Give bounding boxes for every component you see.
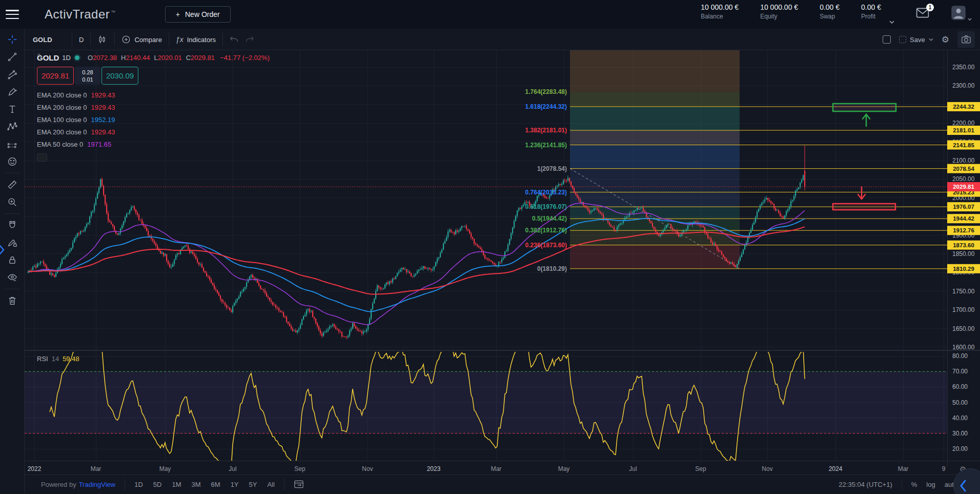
svg-text:70.00: 70.00 (952, 368, 968, 375)
text-tool[interactable] (3, 101, 22, 118)
svg-text:2024: 2024 (829, 465, 843, 472)
profit-stat: 0.00 € Profit (861, 3, 881, 20)
menu-icon[interactable] (6, 10, 19, 19)
crosshair-tool[interactable] (3, 31, 22, 48)
range-6m[interactable]: 6M (211, 481, 220, 488)
chevron-down-icon (929, 38, 933, 41)
indicator-row[interactable]: EMA 200 close 01929.43 (37, 101, 270, 113)
layout-icon[interactable] (883, 35, 891, 44)
go-to-date-icon[interactable] (294, 480, 304, 489)
settings-gear-icon[interactable]: ⚙ (942, 34, 949, 45)
svg-text:20.00: 20.00 (952, 445, 968, 452)
indicator-row[interactable]: EMA 100 close 01952.19 (37, 113, 270, 126)
divider (5, 289, 20, 289)
chart-legend: GOLD 1D O2072.38 H2140.44 L2020.01 C2029… (37, 53, 270, 162)
lock-tool[interactable] (3, 251, 22, 269)
fib-bands[interactable] (570, 50, 740, 269)
interval-button[interactable]: D (72, 29, 90, 50)
legend-collapse-button[interactable] (37, 153, 47, 162)
candles-icon (97, 34, 108, 45)
range-3m[interactable]: 3M (192, 481, 201, 488)
svg-text:80.00: 80.00 (952, 352, 968, 360)
measure-tool[interactable] (3, 176, 22, 193)
zoom-in-tool[interactable] (3, 193, 22, 211)
svg-text:2141.85: 2141.85 (953, 142, 974, 148)
panel-expand-chevron-icon[interactable] (0, 243, 5, 259)
chart-toolbar: GOLD D Compare ƒx Indicators (25, 29, 980, 50)
svg-text:1912.76: 1912.76 (953, 227, 974, 233)
chart-style-button[interactable] (91, 29, 114, 50)
symbol-search-button[interactable]: GOLD (25, 29, 72, 50)
ohlc-values: O2072.38 H2140.44 L2020.01 C2029.81 (88, 54, 215, 62)
trend-line-tool[interactable] (3, 48, 22, 66)
svg-text:0.618(1976.07): 0.618(1976.07) (525, 203, 567, 210)
svg-text:Mar: Mar (491, 465, 502, 472)
compare-button[interactable]: Compare (115, 29, 168, 50)
range-all[interactable]: All (267, 481, 274, 488)
time-axis[interactable]: 2022MarMayJulSepNov2023MarMayJulSepNov20… (28, 465, 967, 474)
hide-drawings-tool[interactable] (3, 269, 22, 286)
indicator-row[interactable]: EMA 200 close 01929.43 (37, 126, 270, 138)
magnet-tool[interactable] (3, 216, 22, 234)
save-layout-button[interactable]: Save (899, 36, 933, 44)
svg-text:0.764(2015.23): 0.764(2015.23) (525, 189, 567, 196)
svg-text:30.00: 30.00 (952, 430, 968, 437)
range-1d[interactable]: 1D (134, 481, 143, 488)
buy-button[interactable]: 2030.09 (101, 67, 138, 85)
log-scale-button[interactable]: log (926, 481, 935, 488)
user-avatar[interactable] (951, 5, 972, 21)
price-labels: 2244.322181.012141.852078.542015.231976.… (947, 102, 980, 273)
svg-text:1873.60: 1873.60 (953, 242, 974, 248)
svg-text:1(2078.54): 1(2078.54) (537, 165, 567, 172)
svg-text:2244.32: 2244.32 (953, 104, 974, 110)
svg-text:2078.54: 2078.54 (953, 166, 974, 172)
chart-toolbar-right: Save ⚙ (883, 31, 980, 48)
svg-text:Jul: Jul (629, 465, 637, 472)
legend-interval: 1D (62, 54, 71, 62)
svg-text:Mar: Mar (898, 465, 909, 472)
fib-labels: 1.764(2283.48)1.618(2244.32)1.382(2181.0… (525, 88, 567, 272)
indicators-button[interactable]: ƒx Indicators (169, 29, 222, 50)
range-5d[interactable]: 5D (153, 481, 162, 488)
svg-text:1.618(2244.32): 1.618(2244.32) (525, 103, 567, 110)
svg-text:Jul: Jul (229, 465, 236, 472)
spread-indicator: 0.28 0.01 (75, 67, 100, 85)
emoji-tool[interactable] (3, 153, 22, 170)
screenshot-camera-button[interactable] (957, 31, 975, 48)
brush-tool[interactable] (3, 83, 22, 101)
new-order-button[interactable]: + New Order (165, 6, 231, 23)
sell-button[interactable]: 2029.81 (37, 67, 74, 85)
rsi-legend[interactable]: RSI 14 59.48 (37, 355, 79, 363)
drawing-toolbar (0, 29, 25, 494)
rsi-pane[interactable] (25, 331, 947, 468)
price-axis[interactable]: 2350.002300.002250.002200.002150.002100.… (952, 64, 975, 452)
mail-icon[interactable]: 1 (916, 7, 929, 21)
tradingview-link[interactable]: TradingView (79, 481, 116, 488)
svg-text:1700.00: 1700.00 (952, 306, 975, 313)
chart-area: GOLD D Compare ƒx Indicators (25, 29, 980, 494)
range-5y[interactable]: 5Y (249, 481, 257, 488)
legend-title-row[interactable]: GOLD 1D O2072.38 H2140.44 L2020.01 C2029… (37, 53, 270, 62)
range-1y[interactable]: 1Y (231, 481, 239, 488)
svg-text:Nov: Nov (362, 465, 373, 472)
indicator-row[interactable]: EMA 200 close 01929.43 (37, 89, 270, 101)
range-1m[interactable]: 1M (172, 481, 181, 488)
svg-text:1.382(2181.01): 1.382(2181.01) (525, 127, 567, 134)
svg-text:2350.00: 2350.00 (952, 64, 975, 71)
clock[interactable]: 22:35:04 (UTC+1) (839, 481, 892, 488)
gann-fib-tool[interactable] (3, 66, 22, 83)
chevron-down-icon[interactable] (889, 16, 894, 26)
forecast-tool[interactable] (3, 135, 22, 153)
indicator-row[interactable]: EMA 50 close 01971.65 (37, 138, 270, 150)
xabcd-pattern-tool[interactable] (3, 118, 22, 135)
svg-text:1976.07: 1976.07 (953, 204, 974, 210)
trade-zones[interactable] (833, 104, 896, 210)
drawing-lock-tool[interactable] (3, 234, 22, 251)
delete-tool[interactable] (3, 292, 22, 309)
plus-icon: + (176, 10, 180, 18)
fx-icon: ƒx (176, 35, 183, 44)
percent-scale-button[interactable]: % (911, 481, 917, 488)
redo-button[interactable] (238, 29, 261, 50)
svg-text:2029.81: 2029.81 (953, 184, 974, 190)
divider (5, 173, 20, 173)
